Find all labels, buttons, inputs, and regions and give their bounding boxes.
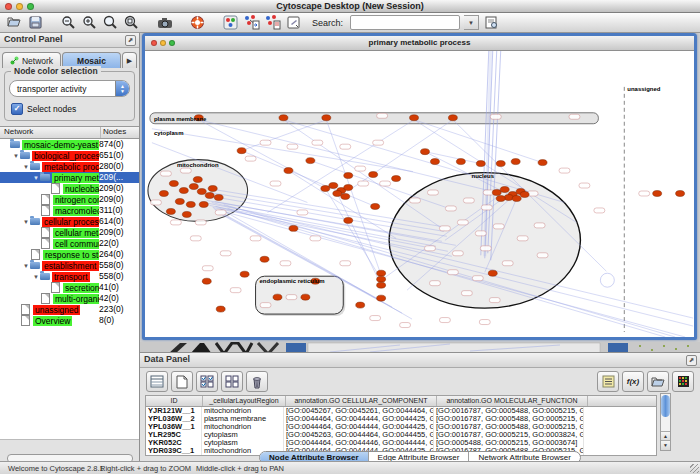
node-label-pill[interactable] <box>340 261 351 266</box>
node-label-pill[interactable] <box>594 208 605 213</box>
zoom-fit-icon[interactable] <box>102 14 119 31</box>
node[interactable] <box>202 278 211 284</box>
node[interactable] <box>377 276 386 282</box>
node-label-pill[interactable] <box>373 140 384 145</box>
network-name[interactable]: secretion <box>63 283 102 293</box>
node-label-pill[interactable] <box>270 181 281 186</box>
node[interactable] <box>520 192 529 198</box>
table-vertical-scrollbar[interactable]: ▲ ▼ <box>660 393 671 451</box>
node[interactable] <box>492 190 501 196</box>
node[interactable] <box>341 194 350 200</box>
node-label-pill[interactable] <box>377 113 388 118</box>
node[interactable] <box>448 115 457 121</box>
node[interactable] <box>306 158 315 164</box>
search-input[interactable] <box>350 15 460 30</box>
table-cell[interactable]: mitochondrion <box>202 423 284 431</box>
tree-row[interactable]: unassigned223(0) <box>0 304 139 315</box>
attribute-list-button[interactable] <box>597 371 619 392</box>
column-header[interactable]: annotation.GO MOLECULAR_FUNCTION <box>437 396 588 406</box>
node-label-pill[interactable] <box>215 210 226 215</box>
node[interactable] <box>260 256 269 262</box>
zoom-in-icon[interactable] <box>81 14 98 31</box>
node[interactable] <box>377 270 386 276</box>
node[interactable] <box>175 198 184 204</box>
node-color-combo[interactable]: transporter activity ▲▼ <box>9 80 130 97</box>
search-settings-icon[interactable] <box>483 14 500 31</box>
table-cell[interactable]: [GO:0044464, GO:0044444, GO:0044425, G..… <box>284 423 434 431</box>
network-name[interactable]: transport <box>52 272 90 282</box>
zoom-selected-icon[interactable] <box>123 14 140 31</box>
node-label-pill[interactable] <box>310 236 321 241</box>
node-label-pill[interactable] <box>260 303 271 308</box>
node[interactable] <box>371 203 380 209</box>
node-label-pill[interactable] <box>160 171 171 176</box>
node[interactable] <box>284 168 293 174</box>
node-label-pill[interactable] <box>481 205 492 210</box>
node[interactable] <box>676 191 685 197</box>
node-label-pill[interactable] <box>400 323 411 328</box>
network-name[interactable]: biological_process <box>32 151 106 161</box>
float-panel-icon[interactable]: ⬈ <box>125 35 136 46</box>
column-header[interactable]: _cellularLayoutRegion <box>203 396 286 406</box>
tree-row[interactable]: nucleobase-209(0) <box>0 183 139 194</box>
node-label-pill[interactable] <box>502 261 513 266</box>
node-label-pill[interactable] <box>230 288 241 293</box>
node-label-pill[interactable] <box>480 246 491 251</box>
node[interactable] <box>344 173 353 179</box>
expand-arrow-icon[interactable]: ▼ <box>22 219 30 225</box>
node-label-pill[interactable] <box>472 276 483 281</box>
node-label-pill[interactable] <box>355 166 366 171</box>
node-label-pill[interactable] <box>297 210 308 215</box>
node-label-pill[interactable] <box>569 114 580 119</box>
node[interactable] <box>538 160 547 166</box>
node[interactable] <box>166 208 175 214</box>
node[interactable] <box>496 195 505 201</box>
node-label-pill[interactable] <box>429 281 440 286</box>
table-cell[interactable]: [GO:0016787, GO:0005488, GO:0005215, G..… <box>434 415 584 423</box>
tree-row[interactable]: ▼establishment of lo558(0) <box>0 260 139 271</box>
node[interactable] <box>179 188 188 194</box>
node-label-pill[interactable] <box>479 320 490 325</box>
import-network-icon[interactable] <box>243 14 260 31</box>
node[interactable] <box>329 183 338 189</box>
tree-row[interactable]: cellular metabo209(0) <box>0 227 139 238</box>
scroll-down-button[interactable]: ▼ <box>661 440 670 450</box>
table-cell[interactable]: [GO:0005488, GO:0005215, GO:0003674] <box>434 439 584 447</box>
node-label-pill[interactable] <box>280 261 291 266</box>
table-row[interactable]: YPL036W__2plasma membrane[GO:0044464, GO… <box>146 415 656 423</box>
tree-row[interactable]: mosaic-demo-yeast874(0) <box>0 139 139 150</box>
node[interactable] <box>273 294 282 300</box>
expand-arrow-icon[interactable]: ▼ <box>32 274 40 280</box>
network-column-header[interactable]: Network <box>0 127 101 138</box>
tree-row[interactable]: response to stimulu264(0) <box>0 249 139 260</box>
select-attributes-button[interactable] <box>196 371 218 392</box>
tree-row[interactable]: ▼biological_process651(0) <box>0 150 139 161</box>
column-header[interactable]: annotation.GO CELLULAR_COMPONENT <box>286 396 437 406</box>
open-session-icon[interactable] <box>6 14 23 31</box>
network-name[interactable]: unassigned <box>33 305 80 315</box>
node-label-pill[interactable] <box>260 140 271 145</box>
tree-row[interactable]: nitrogen compo209(0) <box>0 194 139 205</box>
node[interactable] <box>197 189 206 195</box>
node-label-pill[interactable] <box>150 200 161 205</box>
node[interactable] <box>216 306 225 312</box>
snapshot-icon[interactable] <box>156 14 173 31</box>
tree-row[interactable]: ▼primary metabo209(... <box>0 172 139 183</box>
node[interactable] <box>240 271 249 277</box>
attribute-table-button[interactable] <box>146 371 168 392</box>
expand-arrow-icon[interactable]: ▼ <box>22 164 30 170</box>
zoom-out-icon[interactable] <box>60 14 77 31</box>
function-builder-button[interactable]: f(x) <box>622 371 644 392</box>
new-attribute-button[interactable] <box>171 371 193 392</box>
more-tabs-button[interactable]: ▶ <box>122 52 137 68</box>
tree-row[interactable]: macromolecule311(0) <box>0 205 139 216</box>
table-cell[interactable]: YPL036W__2 <box>146 415 202 423</box>
expand-arrow-icon[interactable]: ▼ <box>32 175 40 181</box>
table-row[interactable]: YPL036W__1mitochondrion[GO:0044464, GO:0… <box>146 423 656 431</box>
expand-arrow-icon[interactable]: ▼ <box>12 153 20 159</box>
network-view-window[interactable]: primary metabolic process plasma membran… <box>142 33 697 340</box>
tree-row[interactable]: multi-organism pro42(0) <box>0 293 139 304</box>
delete-attribute-button[interactable] <box>246 371 268 392</box>
table-row[interactable]: YJR121W__1mitochondrion[GO:0045267, GO:0… <box>146 407 656 415</box>
tree-row[interactable]: ▼transport558(0) <box>0 271 139 282</box>
